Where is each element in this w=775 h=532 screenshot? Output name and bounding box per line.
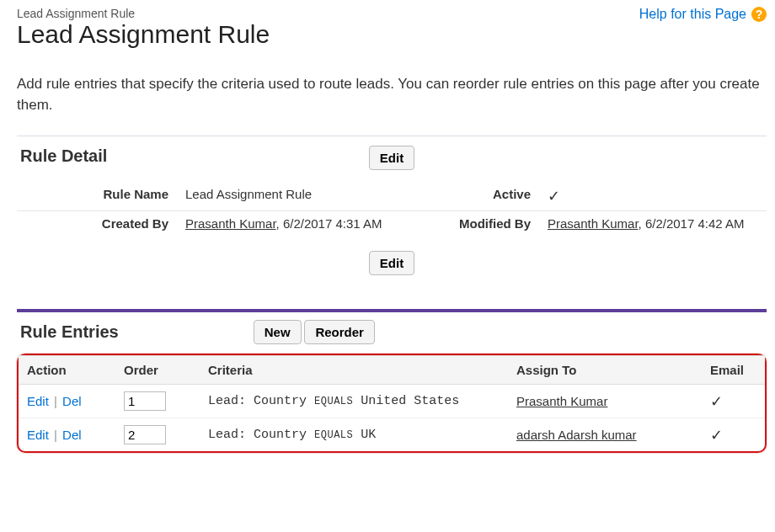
col-criteria: Criteria bbox=[200, 356, 508, 385]
modified-by-date: , 6/2/2017 4:42 AM bbox=[639, 216, 745, 231]
table-row: Edit | Del Lead: Country EQUALS United S… bbox=[19, 385, 765, 418]
label-created-by: Created By bbox=[17, 211, 177, 237]
assign-to-link[interactable]: adarsh Adarsh kumar bbox=[516, 428, 637, 442]
criteria-op: EQUALS bbox=[314, 429, 353, 441]
label-rule-name: Rule Name bbox=[17, 182, 177, 211]
created-by-date: , 6/2/2017 4:31 AM bbox=[276, 216, 382, 231]
help-link-label: Help for this Page bbox=[639, 7, 746, 22]
action-separator: | bbox=[52, 428, 59, 442]
label-active: Active bbox=[404, 182, 539, 211]
rule-entries-heading: Rule Entries bbox=[20, 322, 119, 342]
criteria-value: UK bbox=[353, 428, 376, 442]
order-input[interactable] bbox=[124, 391, 166, 411]
criteria-lead: Lead: Country bbox=[208, 428, 307, 442]
page-title: Lead Assignment Rule bbox=[17, 20, 270, 49]
assign-to-link[interactable]: Prasanth Kumar bbox=[516, 394, 607, 408]
email-check-icon: ✓ bbox=[710, 427, 723, 444]
label-modified-by: Modified By bbox=[404, 211, 539, 237]
help-icon: ? bbox=[751, 7, 767, 22]
breadcrumb: Lead Assignment Rule bbox=[17, 7, 270, 20]
active-check-icon: ✓ bbox=[548, 188, 560, 205]
reorder-rule-entries-button[interactable]: Reorder bbox=[304, 320, 375, 344]
criteria-op: EQUALS bbox=[314, 396, 353, 407]
value-rule-name: Lead Assignment Rule bbox=[177, 182, 404, 211]
rule-entries-highlight: Action Order Criteria Assign To Email Ed… bbox=[17, 354, 767, 453]
delete-row-link[interactable]: Del bbox=[62, 394, 82, 408]
edit-row-link[interactable]: Edit bbox=[27, 428, 49, 442]
modified-by-user-link[interactable]: Prasanth Kumar bbox=[548, 216, 639, 231]
col-order: Order bbox=[115, 356, 200, 385]
rule-detail-edit-button-bottom[interactable]: Edit bbox=[369, 251, 414, 275]
order-input[interactable] bbox=[124, 425, 166, 444]
intro-text: Add rule entries that specify the criter… bbox=[17, 74, 767, 115]
col-email: Email bbox=[702, 356, 765, 385]
email-check-icon: ✓ bbox=[710, 393, 723, 410]
rule-detail-edit-button-top[interactable]: Edit bbox=[369, 146, 414, 170]
criteria-value: United States bbox=[353, 394, 459, 408]
action-separator: | bbox=[52, 394, 59, 408]
delete-row-link[interactable]: Del bbox=[62, 428, 82, 442]
new-rule-entry-button[interactable]: New bbox=[254, 320, 302, 344]
help-for-page-link[interactable]: Help for this Page ? bbox=[639, 7, 767, 22]
created-by-user-link[interactable]: Prasanth Kumar bbox=[185, 216, 276, 231]
col-assign-to: Assign To bbox=[508, 356, 702, 385]
table-row: Edit | Del Lead: Country EQUALS UK adars… bbox=[19, 418, 765, 452]
edit-row-link[interactable]: Edit bbox=[27, 394, 49, 408]
col-action: Action bbox=[19, 356, 115, 385]
criteria-lead: Lead: Country bbox=[208, 394, 307, 408]
